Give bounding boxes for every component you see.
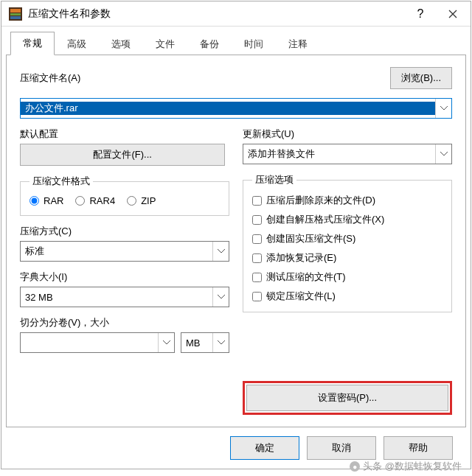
tab-files[interactable]: 文件 — [143, 32, 187, 55]
watermark: ● 头条 @数据蛙恢复软件 — [350, 460, 462, 473]
browse-button[interactable]: 浏览(B)... — [390, 67, 452, 89]
right-column: 更新模式(U) 添加并替换文件 压缩选项 压缩后删除原来的文件(D) 创建自解压… — [243, 127, 452, 415]
svg-rect-1 — [10, 9, 21, 13]
set-password-button[interactable]: 设置密码(P)... — [246, 385, 448, 411]
tab-backup[interactable]: 备份 — [187, 32, 232, 55]
chevron-down-icon[interactable] — [435, 99, 451, 118]
filename-label: 压缩文件名(A) — [20, 71, 383, 85]
volume-size-combo[interactable] — [20, 332, 175, 353]
options-legend: 压缩选项 — [252, 173, 296, 186]
chevron-down-icon[interactable] — [212, 333, 229, 352]
chevron-down-icon[interactable] — [158, 333, 174, 352]
filename-combo[interactable]: 办公文件.rar — [20, 98, 452, 119]
volume-unit-combo[interactable]: MB — [181, 332, 229, 353]
tab-options[interactable]: 选项 — [99, 32, 143, 55]
watermark-icon: ● — [350, 461, 360, 472]
profiles-button[interactable]: 配置文件(F)... — [20, 144, 225, 166]
ok-button[interactable]: 确定 — [230, 436, 299, 460]
format-group: 压缩文件格式 RAR RAR4 ZIP — [20, 175, 229, 216]
format-rar[interactable]: RAR — [30, 195, 63, 206]
chevron-down-icon[interactable] — [212, 287, 229, 307]
dict-label: 字典大小(I) — [20, 270, 229, 284]
filename-value[interactable]: 办公文件.rar — [21, 102, 435, 115]
cancel-button[interactable]: 取消 — [307, 436, 376, 460]
set-password-highlight: 设置密码(P)... — [243, 381, 452, 415]
tab-general[interactable]: 常规 — [10, 32, 55, 55]
close-button[interactable] — [437, 3, 469, 25]
update-mode-label: 更新模式(U) — [243, 127, 452, 141]
method-label: 压缩方式(C) — [20, 225, 229, 238]
opt-sfx[interactable]: 创建自解压格式压缩文件(X) — [252, 213, 442, 226]
opt-delete-after[interactable]: 压缩后删除原来的文件(D) — [252, 194, 442, 207]
volume-label: 切分为分卷(V)，大小 — [20, 316, 229, 329]
format-rar4[interactable]: RAR4 — [75, 195, 115, 206]
options-group: 压缩选项 压缩后删除原来的文件(D) 创建自解压格式压缩文件(X) 创建固实压缩… — [243, 173, 452, 312]
update-mode-combo[interactable]: 添加并替换文件 — [243, 144, 452, 164]
format-legend: 压缩文件格式 — [30, 175, 93, 188]
titlebar: 压缩文件名和参数 ? — [1, 1, 471, 27]
panel-general: 压缩文件名(A) 浏览(B)... 办公文件.rar 默认配置 配置文件(F).… — [6, 55, 466, 427]
opt-recovery[interactable]: 添加恢复记录(E) — [252, 251, 442, 265]
default-profile-label: 默认配置 — [20, 127, 229, 141]
chevron-down-icon[interactable] — [212, 242, 229, 261]
format-zip[interactable]: ZIP — [127, 195, 156, 206]
tab-bar: 常规 高级 选项 文件 备份 时间 注释 — [6, 32, 466, 55]
chevron-down-icon[interactable] — [435, 144, 451, 164]
svg-rect-2 — [10, 13, 21, 15]
svg-rect-3 — [10, 16, 21, 19]
tab-time[interactable]: 时间 — [232, 32, 276, 55]
tab-advanced[interactable]: 高级 — [55, 32, 99, 55]
opt-solid[interactable]: 创建固实压缩文件(S) — [252, 232, 442, 245]
tab-comment[interactable]: 注释 — [276, 32, 320, 55]
left-column: 默认配置 配置文件(F)... 压缩文件格式 RAR RAR4 ZIP 压缩方式… — [20, 127, 229, 415]
opt-test[interactable]: 测试压缩的文件(T) — [252, 270, 442, 284]
dict-combo[interactable]: 32 MB — [20, 287, 229, 307]
method-combo[interactable]: 标准 — [20, 241, 229, 262]
opt-lock[interactable]: 锁定压缩文件(L) — [252, 290, 442, 303]
help-button[interactable]: ? — [404, 3, 437, 25]
dialog-window: 压缩文件名和参数 ? 常规 高级 选项 文件 备份 时间 注释 压缩文件名(A)… — [1, 1, 471, 469]
content-area: 常规 高级 选项 文件 备份 时间 注释 压缩文件名(A) 浏览(B)... 办… — [1, 27, 471, 469]
help-button-footer[interactable]: 帮助 — [384, 436, 453, 460]
app-icon — [9, 7, 22, 21]
window-title: 压缩文件名和参数 — [28, 7, 404, 21]
